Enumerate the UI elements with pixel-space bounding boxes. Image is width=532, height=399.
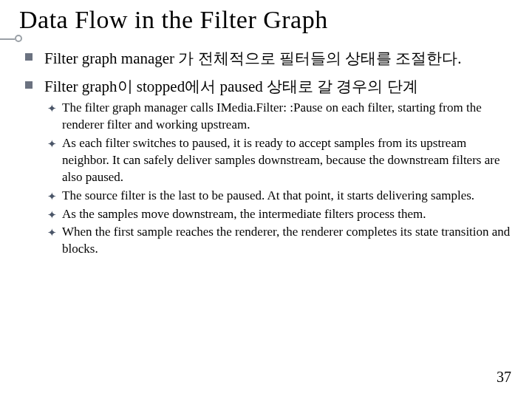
sub-bullet-text: The source filter is the last to be paus… <box>62 188 474 202</box>
star-bullet-icon: ✦ <box>47 189 57 204</box>
title-decoration-line <box>0 38 15 40</box>
page-number: 37 <box>497 369 511 386</box>
slide-title: Data Flow in the Filter Graph <box>19 6 513 34</box>
bullet-level2: ✦ The source filter is the last to be pa… <box>62 188 513 205</box>
star-bullet-icon: ✦ <box>47 137 57 151</box>
slide: Data Flow in the Filter Graph Filter gra… <box>0 0 532 399</box>
bullet-level2: ✦ As the samples move downstream, the in… <box>62 206 513 223</box>
title-decoration-circle <box>15 35 22 42</box>
bullet-text: Filter graph이 stopped에서 paused 상태로 갈 경우의… <box>44 78 418 95</box>
star-bullet-icon: ✦ <box>47 225 57 240</box>
star-bullet-icon: ✦ <box>47 208 57 222</box>
title-wrap: Data Flow in the Filter Graph <box>19 6 513 34</box>
bullet-level2: ✦ As each filter switches to paused, it … <box>62 135 513 186</box>
bullet-level2: ✦ The filter graph manager calls IMedia.… <box>62 100 513 134</box>
square-bullet-icon <box>25 81 33 89</box>
bullet-level2: ✦ When the first sample reaches the rend… <box>62 224 513 258</box>
sub-bullet-text: As each filter switches to paused, it is… <box>62 136 499 184</box>
square-bullet-icon <box>25 53 33 61</box>
bullet-level1: Filter graph이 stopped에서 paused 상태로 갈 경우의… <box>44 75 513 258</box>
bullet-level1: Filter graph manager 가 전체적으로 필터들의 상태를 조절… <box>44 47 513 69</box>
star-bullet-icon: ✦ <box>47 101 57 116</box>
sub-bullet-text: The filter graph manager calls IMedia.Fi… <box>62 100 482 132</box>
content-area: Filter graph manager 가 전체적으로 필터들의 상태를 조절… <box>19 47 513 258</box>
sub-bullets: ✦ The filter graph manager calls IMedia.… <box>44 100 513 258</box>
sub-bullet-text: As the samples move downstream, the inte… <box>62 207 426 221</box>
sub-bullet-text: When the first sample reaches the render… <box>62 225 510 256</box>
bullet-text: Filter graph manager 가 전체적으로 필터들의 상태를 조절… <box>44 50 462 67</box>
